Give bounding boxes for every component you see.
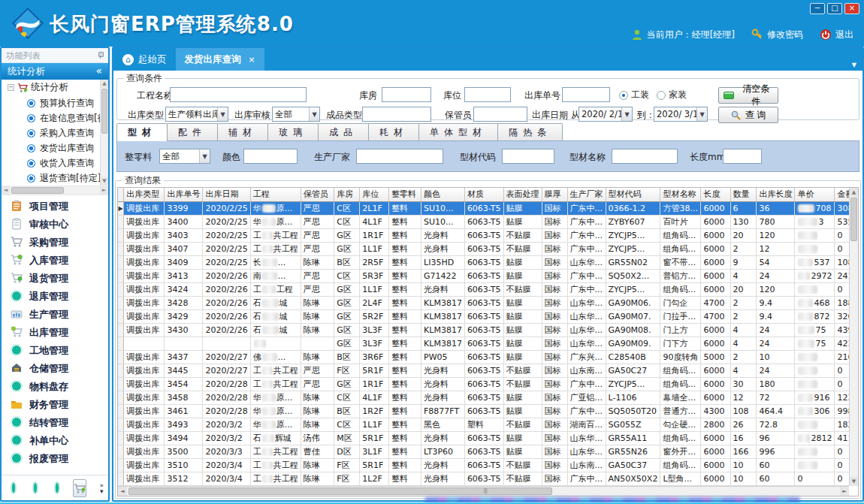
warehouse-input[interactable] <box>382 87 431 102</box>
section-header[interactable]: 统计分析 « <box>2 63 108 80</box>
table-row[interactable]: 调拨出库35002020/3/3工共工程曹佳D区3L1F整料LT3P606063… <box>118 445 858 458</box>
material-tab[interactable]: 玻璃 <box>267 123 319 140</box>
column-header[interactable]: 保管员 <box>301 188 334 201</box>
sidebar-menu-item[interactable]: 补单中心 <box>2 432 108 450</box>
length-input[interactable] <box>723 149 762 164</box>
scroll-left-icon[interactable]: ◄ <box>118 487 127 496</box>
column-header[interactable]: 型材名称 <box>660 188 701 201</box>
table-row[interactable]: 调拨出库34072020/2/25工共工程严思G区1L1F整料光身料6063-T… <box>118 242 858 255</box>
maximize-button[interactable]: □ <box>827 3 842 14</box>
outbound-type-select[interactable]: 生产领料出库▼ <box>165 107 228 122</box>
column-header[interactable]: 工程 <box>250 188 301 201</box>
profile-code-input[interactable] <box>502 149 554 164</box>
order-no-input[interactable] <box>562 87 610 102</box>
table-row[interactable]: 调拨出库34242020/2/26工工程严思G区1L1F整料光身料6063-T5… <box>118 282 858 296</box>
column-header[interactable]: 膜厚 <box>542 188 567 201</box>
sidebar-menu-item[interactable]: 报废管理 <box>2 450 108 468</box>
tree-item[interactable]: 发货出库查询 <box>2 140 100 155</box>
tree-root[interactable]: − 统计分析 <box>2 80 100 95</box>
column-header[interactable]: 颜色 <box>421 188 465 201</box>
scroll-up-icon[interactable]: ▲ <box>101 80 108 88</box>
project-name-input[interactable] <box>170 87 307 102</box>
table-row[interactable]: 调拨出库34092020/2/25长...陈琳B区2R5F整料LI35HD606… <box>118 255 858 269</box>
column-header[interactable]: 出库长度 <box>757 188 795 201</box>
table-row[interactable]: 调拨出库34542020/2/28工共工程严思G区1R1F整料光身料6063-T… <box>118 377 858 391</box>
table-row[interactable]: 调拨出库35102020/3/4工共工程陈琳F区5R1F整料光身料6063-T5… <box>118 458 858 472</box>
column-header[interactable]: 数量 <box>730 188 757 201</box>
pin-icon[interactable] <box>97 52 104 59</box>
table-row[interactable]: 调拨出库34302020/2/26石城陈琳G区3L3F整料KLM38176063… <box>118 323 858 337</box>
table-row[interactable]: 调拨出库34612020/2/28华原...陈琳B区1R2F整料F8877FT6… <box>118 404 858 418</box>
radio-home[interactable]: 家装 <box>657 89 687 101</box>
table-row[interactable]: 调拨出库34032020/2/25工共工程严思G区1R1F整料光身料6063-T… <box>118 228 858 242</box>
column-header[interactable]: 出库单号 <box>165 188 203 201</box>
material-tab[interactable]: 配件 <box>167 123 218 140</box>
scrollbar-thumb[interactable] <box>101 89 107 134</box>
sidebar-menu-item[interactable]: 入库管理 <box>2 252 108 270</box>
sidebar-menu-item[interactable]: 物料盘存 <box>2 378 108 396</box>
table-row[interactable]: 调拨出库34582020/2/28华原...陈琳C区4L1F整料光身料6063-… <box>118 391 858 404</box>
location-input[interactable] <box>464 87 511 102</box>
scrollbar-thumb[interactable] <box>11 187 64 194</box>
whole-piece-select[interactable]: 全部▼ <box>159 149 210 164</box>
collapse-icon[interactable]: « <box>95 65 102 77</box>
clear-conditions-button[interactable]: 清空条件 <box>718 87 778 104</box>
radio-workwear[interactable]: 工装 <box>619 89 649 101</box>
overflow-icon[interactable]: »▾ <box>99 482 104 494</box>
sidebar-menu-item[interactable]: 退库管理 <box>2 288 108 306</box>
logout-button[interactable]: 退出 <box>820 29 853 41</box>
sidebar-menu-item[interactable]: 出库管理 <box>2 324 108 342</box>
material-tab[interactable]: 成品 <box>318 123 369 140</box>
tree-expand-toggle[interactable]: − <box>8 84 14 91</box>
column-header[interactable]: 出库日期 <box>203 188 250 201</box>
scroll-right-icon[interactable]: ► <box>840 487 849 496</box>
table-row[interactable]: 调拨出库34132020/2/26南...严思C区5R3F整料G71422606… <box>118 269 858 282</box>
table-row[interactable]: 调拨出库34452020/2/27工共工程严思F区5R1F整料光身料6063-T… <box>118 364 858 377</box>
sidebar-menu-item[interactable]: 采购管理 <box>2 234 108 252</box>
sidebar-menu-item[interactable]: 工地管理 <box>2 342 108 360</box>
keeper-input[interactable] <box>473 107 527 122</box>
scroll-left-icon[interactable]: ◄ <box>2 186 10 195</box>
sidebar-menu-item[interactable]: 财务管理 <box>2 396 108 414</box>
material-tab[interactable]: 型材 <box>116 123 168 141</box>
column-header[interactable]: 生产厂家 <box>567 188 606 201</box>
date-from-picker[interactable]: 2020/ 2/16▼ <box>579 107 633 122</box>
material-tab[interactable]: 耗材 <box>368 123 419 140</box>
nav-dot-icon[interactable] <box>56 483 59 493</box>
column-header[interactable]: 材质 <box>464 188 503 201</box>
scroll-right-icon[interactable]: ► <box>100 186 108 195</box>
column-header[interactable]: 单价 <box>795 188 835 201</box>
sidebar-menu-item[interactable]: 结转管理 <box>2 414 108 432</box>
table-row[interactable]: 调拨出库34292020/2/26石城陈琳G区5R2F整料KLM38176063… <box>118 309 858 323</box>
manufacturer-input[interactable] <box>356 149 443 164</box>
cart-nav-button[interactable] <box>73 479 86 497</box>
product-type-input[interactable] <box>362 107 431 122</box>
scrollbar-thumb[interactable] <box>850 198 857 241</box>
tab-shipment-outbound-query[interactable]: 发货出库查询 × <box>176 48 264 71</box>
grid-vertical-scrollbar[interactable]: ▲ ▼ <box>849 188 858 486</box>
close-tab-icon[interactable]: × <box>249 55 255 65</box>
date-to-picker[interactable]: 2020/ 3/16▼ <box>654 107 708 122</box>
table-row[interactable]: 调拨出库34372020/2/27佛...陈琳B区3R6F整料PW056063-… <box>118 350 858 364</box>
table-row[interactable]: 调拨出库34942020/3/2石辉城汤伟M区5R1F整料光身料6063-T5贴… <box>118 431 858 445</box>
scrollbar-thumb[interactable] <box>128 487 552 495</box>
column-header[interactable]: 库房 <box>334 188 360 201</box>
column-header[interactable]: 长度 <box>701 188 730 201</box>
close-button[interactable]: × <box>844 3 859 14</box>
sidebar-menu-item[interactable]: 审核中心 <box>2 216 108 234</box>
tree-item[interactable]: 预算执行查询 <box>2 95 100 110</box>
sidebar-menu-item[interactable]: 仓储管理 <box>2 360 108 378</box>
table-row[interactable]: ▶调拨出库33992020/2/25华原...严思C区2L1F整料SU10...… <box>118 201 858 215</box>
profile-name-input[interactable] <box>612 149 678 164</box>
material-tab[interactable]: 辅材 <box>217 123 268 140</box>
audit-select[interactable]: 全部▼ <box>272 107 320 122</box>
sidebar-menu-item[interactable]: 生产管理 <box>2 306 108 324</box>
minimize-button[interactable]: − <box>810 3 825 14</box>
scroll-up-icon[interactable]: ▲ <box>850 188 858 197</box>
change-password-button[interactable]: 修改密码 <box>751 29 803 41</box>
color-input[interactable] <box>243 149 298 164</box>
tree-item[interactable]: 收货入库查询 <box>2 155 100 171</box>
tree-vertical-scrollbar[interactable]: ▲ ▼ <box>100 80 108 186</box>
material-tab[interactable]: 单体型材 <box>418 123 498 140</box>
search-button[interactable]: 查 询 <box>718 107 778 123</box>
